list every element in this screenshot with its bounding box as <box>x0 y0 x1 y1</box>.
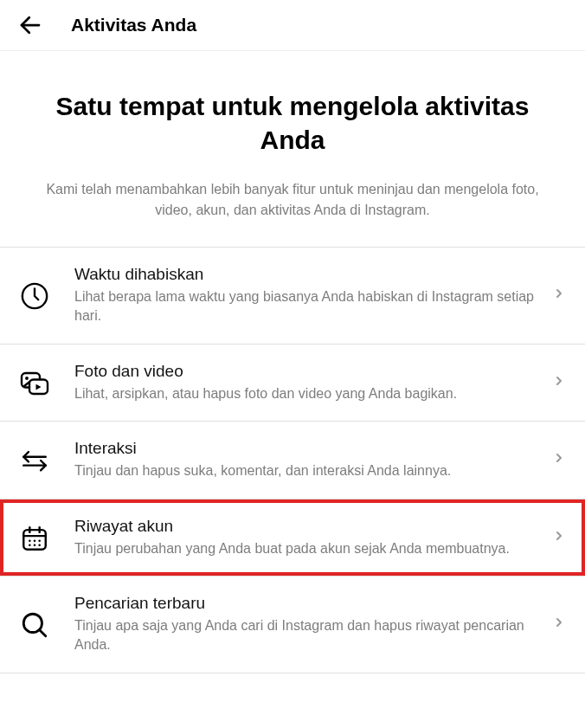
activity-list: Waktu dihabiskan Lihat berapa lama waktu… <box>0 247 585 673</box>
clock-icon <box>19 280 50 312</box>
item-body: Riwayat akun Tinjau perubahan yang Anda … <box>74 517 552 558</box>
svg-line-19 <box>40 630 46 636</box>
item-desc: Tinjau dan hapus suka, komentar, dan int… <box>74 461 542 480</box>
intro-desc: Kami telah menambahkan lebih banyak fitu… <box>24 179 561 221</box>
intro-section: Satu tempat untuk mengelola aktivitas An… <box>0 51 585 247</box>
intro-title: Satu tempat untuk mengelola aktivitas An… <box>24 89 561 157</box>
search-icon <box>19 609 50 641</box>
item-interactions[interactable]: Interaksi Tinjau dan hapus suka, komenta… <box>0 422 585 499</box>
item-title: Interaksi <box>74 439 542 458</box>
chevron-right-icon <box>552 615 566 633</box>
item-desc: Tinjau apa saja yang Anda cari di Instag… <box>74 616 542 655</box>
svg-point-13 <box>34 539 36 542</box>
item-body: Interaksi Tinjau dan hapus suka, komenta… <box>74 439 552 480</box>
item-title: Waktu dihabiskan <box>74 265 542 284</box>
chevron-right-icon <box>552 374 566 391</box>
item-recent-searches[interactable]: Pencarian terbaru Tinjau apa saja yang A… <box>0 577 585 673</box>
item-body: Waktu dihabiskan Lihat berapa lama waktu… <box>74 265 552 326</box>
svg-point-12 <box>29 539 31 542</box>
svg-rect-8 <box>23 530 46 550</box>
arrows-icon <box>19 445 50 476</box>
chevron-right-icon <box>552 287 566 304</box>
svg-point-15 <box>29 544 31 546</box>
item-desc: Lihat, arsipkan, atau hapus foto dan vid… <box>74 384 542 403</box>
svg-point-16 <box>34 544 36 546</box>
item-photos-videos[interactable]: Foto dan video Lihat, arsipkan, atau hap… <box>0 345 585 422</box>
chevron-right-icon <box>552 529 566 546</box>
svg-point-14 <box>38 539 41 542</box>
item-title: Riwayat akun <box>74 517 542 536</box>
calendar-icon <box>19 523 50 554</box>
header: Aktivitas Anda <box>0 0 585 51</box>
item-title: Pencarian terbaru <box>74 594 542 613</box>
arrow-left-icon <box>17 12 43 38</box>
chevron-right-icon <box>552 451 566 468</box>
item-account-history[interactable]: Riwayat akun Tinjau perubahan yang Anda … <box>0 499 585 577</box>
page-title: Aktivitas Anda <box>71 15 196 35</box>
item-desc: Lihat berapa lama waktu yang biasanya An… <box>74 287 542 326</box>
svg-point-3 <box>25 377 29 380</box>
svg-point-17 <box>38 544 41 546</box>
item-desc: Tinjau perubahan yang Anda buat pada aku… <box>74 539 542 558</box>
media-icon <box>19 368 50 399</box>
item-body: Foto dan video Lihat, arsipkan, atau hap… <box>74 362 552 403</box>
item-body: Pencarian terbaru Tinjau apa saja yang A… <box>74 594 552 655</box>
item-title: Foto dan video <box>74 362 542 381</box>
back-button[interactable] <box>17 12 43 38</box>
item-time-spent[interactable]: Waktu dihabiskan Lihat berapa lama waktu… <box>0 248 585 345</box>
